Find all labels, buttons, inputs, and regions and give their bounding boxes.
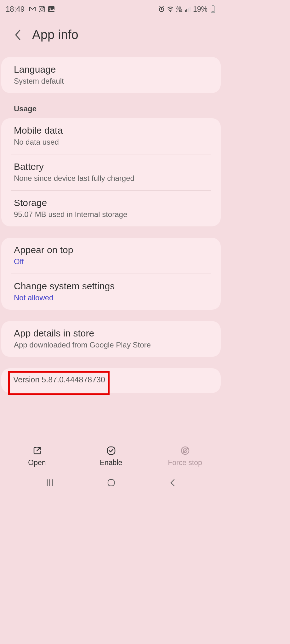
- status-time: 18:49: [6, 5, 25, 14]
- gallery-icon: [48, 6, 55, 13]
- bottom-actions: Open Enable Force stop: [0, 438, 222, 473]
- language-value: System default: [14, 77, 208, 86]
- change-system-item[interactable]: Change system settings Not allowed: [11, 274, 211, 310]
- battery-value: None since device last fully charged: [14, 174, 208, 183]
- version-card: Version 5.87.0.444878730: [1, 368, 221, 393]
- battery-percent: 19%: [193, 5, 208, 14]
- app-details-title: App details in store: [14, 328, 208, 339]
- force-stop-label: Force stop: [168, 458, 202, 467]
- change-system-value: Not allowed: [14, 293, 208, 302]
- force-stop-button: Force stop: [148, 446, 222, 467]
- signal-icon: [184, 6, 191, 13]
- svg-rect-9: [188, 8, 189, 12]
- nav-recents-button[interactable]: [40, 478, 59, 488]
- alarm-icon: [158, 6, 165, 13]
- svg-rect-7: [185, 10, 186, 12]
- svg-point-1: [41, 8, 43, 10]
- svg-rect-14: [107, 447, 115, 454]
- svg-rect-21: [108, 480, 114, 486]
- enable-label: Enable: [100, 458, 122, 467]
- battery-item[interactable]: Battery None since device last fully cha…: [11, 154, 211, 190]
- storage-value: 95.07 MB used in Internal storage: [14, 210, 208, 219]
- usage-card: Mobile data No data used Battery None si…: [1, 118, 221, 226]
- lte-indicator: Vo)) LTE1: [176, 6, 182, 12]
- instagram-icon: [38, 6, 45, 13]
- status-bar: 18:49: [0, 0, 222, 18]
- nav-back-button[interactable]: [163, 478, 182, 488]
- header: App info: [0, 18, 222, 51]
- svg-point-2: [43, 7, 44, 8]
- svg-point-4: [49, 8, 51, 9]
- appear-on-top-value: Off: [14, 257, 208, 266]
- wifi-icon: [167, 6, 174, 13]
- storage-item[interactable]: Storage 95.07 MB used in Internal storag…: [11, 190, 211, 226]
- app-details-value: App downloaded from Google Play Store: [14, 341, 208, 349]
- battery-title: Battery: [14, 161, 208, 172]
- force-stop-icon: [180, 446, 190, 455]
- back-button[interactable]: [13, 30, 23, 40]
- svg-rect-10: [190, 7, 190, 12]
- language-card: Language System default: [1, 57, 221, 93]
- svg-rect-8: [186, 9, 187, 12]
- language-title: Language: [14, 64, 208, 75]
- content-scroll[interactable]: Language System default Usage Mobile dat…: [0, 51, 222, 438]
- appear-on-top-item[interactable]: Appear on top Off: [1, 238, 221, 274]
- mobile-data-title: Mobile data: [14, 125, 208, 136]
- change-system-title: Change system settings: [14, 281, 208, 291]
- usage-section-label: Usage: [1, 104, 221, 118]
- gmail-icon: [29, 6, 36, 13]
- open-button[interactable]: Open: [0, 446, 74, 467]
- enable-icon: [106, 446, 116, 455]
- language-item[interactable]: Language System default: [1, 57, 221, 93]
- version-text: Version 5.87.0.444878730: [13, 375, 209, 384]
- app-details-item[interactable]: App details in store App downloaded from…: [1, 321, 221, 357]
- nav-home-button[interactable]: [102, 478, 121, 488]
- appear-on-top-title: Appear on top: [14, 245, 208, 255]
- nav-bar: [0, 473, 222, 493]
- open-label: Open: [28, 458, 46, 467]
- page-title: App info: [32, 28, 78, 42]
- mobile-data-value: No data used: [14, 138, 208, 147]
- app-details-card: App details in store App downloaded from…: [1, 321, 221, 357]
- open-icon: [32, 446, 42, 455]
- permissions-card: Appear on top Off Change system settings…: [1, 238, 221, 310]
- status-left: 18:49: [6, 5, 55, 14]
- svg-point-6: [170, 11, 171, 12]
- battery-icon: [209, 6, 216, 13]
- status-right: Vo)) LTE1 19%: [158, 5, 216, 14]
- mobile-data-item[interactable]: Mobile data No data used: [1, 118, 221, 154]
- svg-rect-13: [212, 11, 214, 12]
- storage-title: Storage: [14, 197, 208, 208]
- enable-button[interactable]: Enable: [74, 446, 148, 467]
